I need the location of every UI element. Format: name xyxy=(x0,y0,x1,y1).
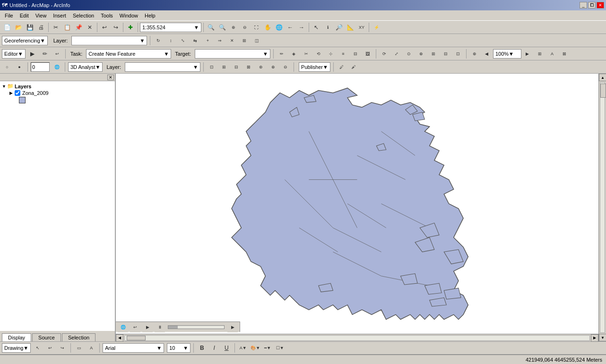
pub-b1[interactable]: 🖊 xyxy=(337,62,347,72)
map-view[interactable] xyxy=(116,74,598,334)
map-back2-btn[interactable]: ↩ xyxy=(130,322,140,332)
publisher-dropdown[interactable]: Publisher ▼ xyxy=(299,62,330,72)
menu-view[interactable]: View xyxy=(33,12,50,19)
menu-tools[interactable]: Tools xyxy=(98,12,116,19)
pct-dropdown[interactable]: 100% ▼ xyxy=(493,49,521,59)
drawing-dropdown[interactable]: Drawing ▼ xyxy=(2,343,31,353)
vertex-button[interactable]: ◈ xyxy=(289,49,299,59)
vscroll-thumb[interactable] xyxy=(600,84,606,98)
task-dropdown[interactable]: Create New Feature ▼ xyxy=(86,49,171,59)
edit-sketch-button[interactable]: ✏ xyxy=(40,49,50,59)
pct-down-button[interactable]: ◀ xyxy=(482,49,492,59)
menu-help[interactable]: Help xyxy=(142,12,158,19)
print-button[interactable]: 🖨 xyxy=(36,22,46,33)
timeline-thumb[interactable] xyxy=(168,326,178,329)
rotate-3d-button[interactable]: ○ xyxy=(2,62,12,72)
arcpad-button[interactable]: ⚡ xyxy=(371,22,381,33)
3d-b3[interactable]: ⊟ xyxy=(231,62,242,72)
map-globe-btn[interactable]: 🌐 xyxy=(118,322,128,332)
split-button[interactable]: ⊟ xyxy=(441,49,451,59)
buffer-button[interactable]: ⊙ xyxy=(404,49,414,59)
georef-flip-button[interactable]: ⇆ xyxy=(190,35,200,46)
3d-b7[interactable]: ⊖ xyxy=(280,62,291,72)
draw-redo-btn[interactable]: ↪ xyxy=(57,343,68,353)
union-button[interactable]: ⊕ xyxy=(416,49,426,59)
paste-button[interactable]: 📌 xyxy=(73,22,84,33)
3d-b5[interactable]: ⊛ xyxy=(256,62,266,72)
menu-selection[interactable]: Selection xyxy=(70,12,97,19)
pct-up-button[interactable]: ▶ xyxy=(522,49,533,59)
copy-button[interactable]: 📋 xyxy=(62,22,72,33)
3d-b4[interactable]: ⊠ xyxy=(243,62,254,72)
map-hscroll[interactable]: ◀ ▶ xyxy=(116,334,598,341)
map-timeline-slider[interactable] xyxy=(168,325,225,329)
scale-edit-button[interactable]: ⤢ xyxy=(391,49,402,59)
hscroll-thumb[interactable] xyxy=(127,336,146,340)
georef-layer-dropdown[interactable]: ▼ xyxy=(71,36,147,45)
3d-analyst-dropdown[interactable]: 3D Analyst ▼ xyxy=(68,62,103,72)
menu-window[interactable]: Window xyxy=(117,12,141,19)
delete-button[interactable]: ✕ xyxy=(85,22,95,33)
underline-btn[interactable]: U xyxy=(221,343,232,353)
tilt-button[interactable]: ● xyxy=(14,62,25,72)
font-color-btn[interactable]: A▼ xyxy=(238,343,248,353)
map-scroll-right2[interactable]: ▶ xyxy=(227,322,238,332)
attr-button[interactable]: ≡ xyxy=(338,49,348,59)
draw-undo-btn[interactable]: ↩ xyxy=(45,343,55,353)
minimize-button[interactable]: _ xyxy=(580,2,587,8)
3d-layer-dropdown[interactable]: ▼ xyxy=(125,62,200,72)
georef-control-button[interactable]: + xyxy=(202,35,213,46)
anno-button[interactable]: A xyxy=(547,49,557,59)
pub-b2[interactable]: 🖋 xyxy=(349,62,359,72)
vscroll-down-button[interactable]: ▼ xyxy=(599,334,606,341)
georef-auto-button[interactable]: ⊞ xyxy=(239,35,250,46)
reshape-button[interactable]: ⟲ xyxy=(313,49,324,59)
map-vscroll[interactable]: ▲ ▼ xyxy=(598,74,606,341)
fixed-zoom-out-button[interactable]: ⊖ xyxy=(240,22,250,33)
back-button[interactable]: ← xyxy=(285,22,295,33)
draw-text-btn[interactable]: A xyxy=(86,343,96,353)
georef-move-button[interactable]: ↕ xyxy=(165,35,176,46)
italic-btn[interactable]: I xyxy=(209,343,219,353)
layers-expand-icon[interactable]: ▼ xyxy=(2,84,6,89)
line-color-btn[interactable]: ━▼ xyxy=(262,343,273,353)
trace-button[interactable]: ⊹ xyxy=(326,49,336,59)
sketch-tool-button[interactable]: ✏ xyxy=(277,49,287,59)
hscroll-right-button[interactable]: ▶ xyxy=(591,334,598,342)
new-map-button[interactable]: 📄 xyxy=(2,22,12,33)
target-dropdown[interactable]: ▼ xyxy=(195,49,270,59)
map-pause-btn[interactable]: ⏸ xyxy=(155,322,165,332)
shadow-btn[interactable]: ☐▼ xyxy=(275,343,285,353)
save-button[interactable]: 💾 xyxy=(25,22,35,33)
scale-dropdown[interactable]: 1:355.524 ▼ xyxy=(140,23,201,32)
select-button[interactable]: ↖ xyxy=(311,22,321,33)
close-button[interactable]: ✕ xyxy=(597,2,604,8)
layer-visibility-checkbox[interactable] xyxy=(15,90,20,96)
select-drawing-btn[interactable]: ↖ xyxy=(33,343,43,353)
georef-scale-button[interactable]: ⤡ xyxy=(178,35,188,46)
add-data-button[interactable]: ✚ xyxy=(125,22,136,33)
editor-dropdown[interactable]: Editor ▼ xyxy=(2,49,26,59)
identify-button[interactable]: ℹ xyxy=(322,22,333,33)
redo-button[interactable]: ↪ xyxy=(111,22,121,33)
3d-b6[interactable]: ⊕ xyxy=(268,62,278,72)
full-extent-button[interactable]: ⛶ xyxy=(251,22,261,33)
angle-input[interactable] xyxy=(31,62,50,72)
georef-rotate-button[interactable]: ↻ xyxy=(153,35,164,46)
tab-selection[interactable]: Selection xyxy=(62,333,95,341)
snap-button[interactable]: ⊡ xyxy=(453,49,463,59)
zoom-out-button[interactable]: 🔍 xyxy=(217,22,227,33)
3d-b2[interactable]: ⊞ xyxy=(219,62,229,72)
font-dropdown[interactable]: Arial ▼ xyxy=(103,343,164,353)
merge-button[interactable]: ⊞ xyxy=(428,49,439,59)
forward-button[interactable]: → xyxy=(296,22,307,33)
open-button[interactable]: 📂 xyxy=(13,22,24,33)
menu-edit[interactable]: Edit xyxy=(17,12,32,19)
restore-button[interactable]: ⧠ xyxy=(588,2,596,8)
fixed-zoom-in-button[interactable]: ⊕ xyxy=(228,22,239,33)
pan-button[interactable]: ✋ xyxy=(262,22,273,33)
measure-button[interactable]: 📐 xyxy=(345,22,355,33)
topology-button[interactable]: ⊕ xyxy=(469,49,480,59)
go-xy-button[interactable]: XY xyxy=(356,22,367,33)
fontsize-dropdown[interactable]: 10 ▼ xyxy=(167,343,190,353)
